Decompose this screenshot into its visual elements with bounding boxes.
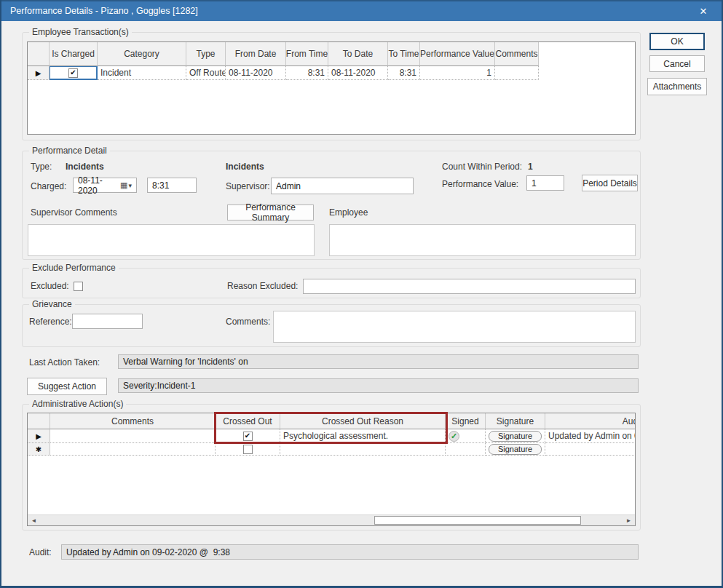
horizontal-scrollbar[interactable]: ◄ ► — [28, 514, 635, 525]
admin-col-header-signature[interactable]: Signature — [486, 413, 545, 429]
type-cell[interactable]: Off Route — [186, 66, 226, 80]
current-row-icon[interactable]: ▶ — [28, 429, 50, 443]
charged-time-field[interactable]: 8:31 — [147, 178, 197, 193]
table-row: ▶ ✔ Psychological assessment. ✓ Signatur… — [28, 429, 635, 443]
signed-check-icon: ✓ — [449, 431, 459, 442]
header-filler — [539, 42, 635, 66]
close-icon[interactable]: ✕ — [688, 1, 719, 21]
admin-header-row: Comments Crossed Out Crossed Out Reason … — [28, 413, 635, 429]
employee-label: Employee — [329, 207, 368, 218]
new-row-icon[interactable]: ✱ — [28, 443, 50, 456]
signature-cell: Signature — [486, 429, 545, 443]
employee-comments-textarea[interactable] — [329, 224, 636, 256]
supervisor-comments-label: Supervisor Comments — [31, 207, 117, 218]
supervisor-field[interactable]: Admin — [271, 178, 414, 194]
ok-button[interactable]: OK — [649, 33, 705, 50]
signature-cell: Signature — [486, 443, 545, 456]
crossed-out-reason-cell[interactable] — [280, 443, 446, 456]
cancel-button[interactable]: Cancel — [649, 55, 705, 72]
performance-summary-button[interactable]: Performance Summary — [227, 204, 314, 220]
signed-cell — [446, 443, 486, 456]
col-header-performance-value[interactable]: Performance Value — [420, 42, 495, 66]
admin-comments-cell[interactable] — [50, 429, 216, 443]
col-header-selector — [28, 42, 50, 66]
exclude-performance-group-label: Exclude Performance — [29, 263, 119, 273]
signed-cell: ✓ — [446, 429, 486, 443]
current-row-icon[interactable]: ▶ — [28, 66, 50, 80]
crossed-out-checkbox[interactable] — [243, 445, 253, 454]
admin-col-header-crossed-out-reason[interactable]: Crossed Out Reason — [280, 413, 446, 429]
window-title: Performance Details - Pizano , Goggles [… — [10, 1, 198, 21]
signature-button[interactable]: Signature — [489, 444, 542, 455]
admin-audit-cell[interactable] — [545, 443, 636, 456]
table-row-new: ✱ Signature — [28, 443, 635, 456]
col-header-comments[interactable]: Comments — [495, 42, 539, 66]
transactions-header-row: Is Charged Category Type From Date From … — [28, 42, 635, 66]
col-header-category[interactable]: Category — [98, 42, 186, 66]
grievance-comments-textarea[interactable] — [273, 311, 636, 343]
col-header-to-date[interactable]: To Date — [328, 42, 388, 66]
audit-label: Audit: — [29, 547, 52, 557]
excluded-checkbox[interactable] — [74, 282, 83, 291]
category-value: Incidents — [226, 162, 264, 172]
crossed-out-checkbox[interactable]: ✔ — [243, 432, 253, 441]
count-within-period-label: Count Within Period: — [442, 162, 522, 172]
charged-date-value: 08-11-2020 — [78, 175, 120, 196]
calendar-picker-icon[interactable]: ▦▾ — [120, 180, 132, 190]
admin-col-header-comments[interactable]: Comments — [50, 413, 216, 429]
title-bar: Performance Details - Pizano , Goggles [… — [0, 0, 723, 21]
severity-field: Severity:Incident-1 — [118, 378, 639, 393]
scroll-left-icon[interactable]: ◄ — [28, 515, 39, 525]
scrollbar-thumb[interactable] — [374, 516, 581, 525]
to-time-cell[interactable]: 8:31 — [388, 66, 420, 80]
crossed-out-reason-cell[interactable]: Psychological assessment. — [280, 429, 446, 443]
reason-excluded-field[interactable] — [303, 279, 636, 294]
attachments-button[interactable]: Attachments — [647, 78, 707, 95]
supervisor-comments-textarea[interactable] — [28, 224, 315, 256]
category-cell[interactable]: Incident — [98, 66, 186, 80]
row-filler — [539, 66, 635, 80]
from-date-cell[interactable]: 08-11-2020 — [226, 66, 286, 80]
col-header-from-date[interactable]: From Date — [226, 42, 286, 66]
admin-col-header-crossed-out[interactable]: Crossed Out — [216, 413, 280, 429]
grievance-group-label: Grievance — [29, 299, 75, 309]
admin-col-header-selector — [28, 413, 50, 429]
admin-comments-cell[interactable] — [50, 443, 216, 456]
charged-date-field[interactable]: 08-11-2020 ▦▾ — [73, 178, 137, 193]
chevron-down-icon: ▾ — [128, 182, 132, 189]
col-header-from-time[interactable]: From Time — [286, 42, 328, 66]
performance-detail-group-label: Performance Detail — [29, 146, 110, 156]
administrative-actions-group-label: Administrative Action(s) — [29, 399, 126, 409]
period-details-button[interactable]: Period Details — [582, 175, 638, 191]
admin-col-header-signed[interactable]: Signed — [446, 413, 486, 429]
crossed-out-cell[interactable] — [216, 443, 280, 456]
table-row: ▶ ✔ Incident Off Route 08-11-2020 8:31 0… — [28, 66, 635, 80]
admin-audit-cell[interactable]: Updated by Admin on 0 — [545, 429, 636, 443]
reference-field[interactable] — [72, 314, 143, 329]
signature-button[interactable]: Signature — [489, 431, 542, 442]
audit-field: Updated by Admin on 09-02-2020 @ 9:38 — [61, 544, 639, 560]
reference-label: Reference: — [29, 317, 72, 327]
to-date-cell[interactable]: 08-11-2020 — [328, 66, 388, 80]
col-header-is-charged[interactable]: Is Charged — [50, 42, 98, 66]
comments-cell[interactable] — [495, 66, 539, 80]
is-charged-checkbox[interactable]: ✔ — [68, 68, 78, 78]
performance-value-field[interactable]: 1 — [526, 175, 564, 191]
charged-label: Charged: — [31, 181, 66, 191]
admin-col-header-audit[interactable]: Audit — [545, 413, 636, 429]
type-value: Incidents — [66, 162, 104, 172]
count-within-period-value: 1 — [528, 162, 533, 172]
is-charged-cell[interactable]: ✔ — [50, 66, 98, 80]
suggest-action-button[interactable]: Suggest Action — [27, 378, 107, 395]
supervisor-label: Supervisor: — [226, 181, 270, 191]
col-header-to-time[interactable]: To Time — [388, 42, 420, 66]
excluded-label: Excluded: — [31, 281, 69, 291]
performance-value-cell[interactable]: 1 — [420, 66, 495, 80]
col-header-type[interactable]: Type — [186, 42, 226, 66]
last-action-taken-field: Verbal Warning for 'Incidents' on — [118, 354, 639, 369]
crossed-out-cell[interactable]: ✔ — [216, 429, 280, 443]
grievance-comments-label: Comments: — [226, 317, 270, 327]
reason-excluded-label: Reason Excluded: — [227, 281, 298, 291]
scroll-right-icon[interactable]: ► — [623, 515, 634, 525]
from-time-cell[interactable]: 8:31 — [286, 66, 328, 80]
